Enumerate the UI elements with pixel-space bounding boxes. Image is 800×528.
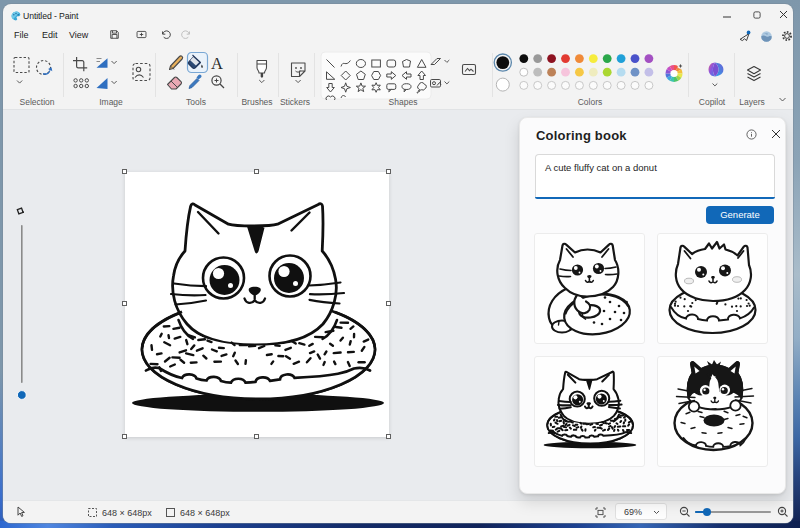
svg-text:A: A <box>211 54 223 73</box>
